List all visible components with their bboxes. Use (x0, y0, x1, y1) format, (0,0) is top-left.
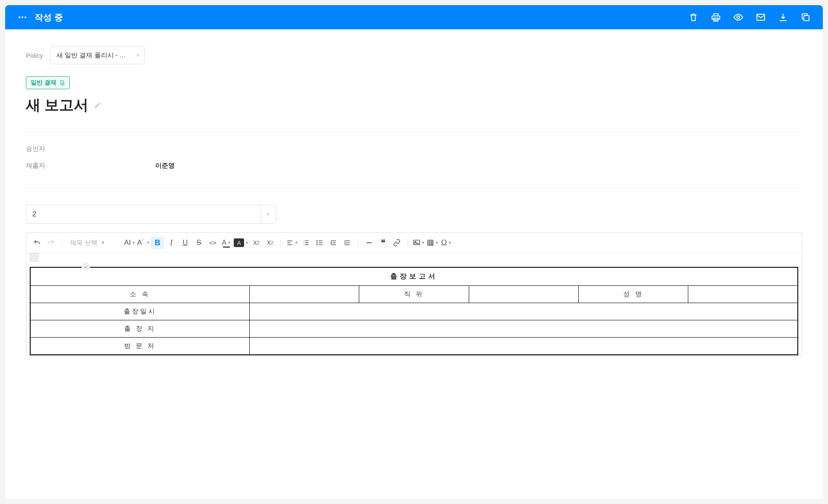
svg-point-1 (22, 16, 23, 18)
template-selected: 2 (32, 210, 36, 218)
divider (26, 132, 802, 133)
svg-point-2 (25, 16, 26, 18)
policy-label: Policy (26, 52, 43, 59)
quote-button[interactable]: ❝ (376, 236, 389, 249)
destination-value-cell[interactable] (250, 320, 798, 338)
chevron-down-icon: ▼ (136, 53, 140, 58)
svg-point-3 (737, 16, 740, 19)
svg-rect-5 (804, 16, 809, 21)
horizontal-rule-button[interactable] (363, 236, 376, 249)
table-row[interactable]: 소 속 직 위 성 명 (30, 286, 798, 303)
editor-toolbar: 제목 선택 ▼ AI▼ A⟋ ▼ B I U S (26, 233, 802, 253)
toolbar-separator (358, 238, 358, 247)
approver-label: 승인자 (26, 145, 155, 153)
edit-title-icon[interactable] (94, 101, 101, 109)
more-icon[interactable] (17, 12, 28, 22)
chevron-down-icon: ▼ (227, 241, 231, 245)
bold-button[interactable]: B (151, 236, 164, 249)
undo-button[interactable] (31, 236, 44, 249)
heading-placeholder: 제목 선택 (70, 239, 97, 247)
divider (26, 187, 802, 188)
svg-point-6 (317, 241, 317, 241)
policy-select[interactable]: 새 일반 결재 폴리시 - … ▼ (50, 47, 145, 64)
underline-button[interactable]: U (179, 236, 191, 249)
outdent-button[interactable] (327, 236, 340, 249)
table-row[interactable]: 출 장 지 (30, 320, 798, 338)
chevron-down-icon: ▼ (295, 241, 298, 245)
destination-label-cell[interactable]: 출 장 지 (30, 320, 250, 338)
italic-button[interactable]: I (165, 236, 178, 249)
indent-button[interactable] (341, 236, 354, 249)
align-button[interactable]: ▼ (285, 236, 298, 249)
svg-point-0 (19, 16, 20, 18)
chevron-down-icon: ▼ (421, 241, 425, 245)
date-label-cell[interactable]: 출장일시 (30, 303, 250, 320)
bg-color-button[interactable]: A ▼ (234, 236, 249, 249)
code-button[interactable]: <> (206, 236, 219, 249)
toolbar-separator (62, 238, 62, 247)
document-title: 새 보고서 (26, 95, 88, 115)
name-label-cell[interactable]: 성 명 (578, 286, 688, 303)
approval-badge: 일반 결재 (26, 76, 70, 89)
editor-body[interactable]: ↵ 출장보고서 소 속 직 위 성 명 출장일시 (26, 253, 802, 355)
chevron-down-icon: ▼ (146, 241, 150, 245)
position-label-cell[interactable]: 직 위 (359, 286, 469, 303)
toolbar-separator (281, 238, 281, 247)
redo-button[interactable] (44, 236, 57, 249)
heading-select[interactable]: 제목 선택 ▼ (66, 236, 122, 249)
header-bar: 작성 중 (5, 5, 823, 29)
strikethrough-button[interactable]: S (192, 236, 205, 249)
font-style-button[interactable]: A⟋ ▼ (137, 236, 150, 249)
column-handle[interactable]: ↵ (82, 263, 90, 271)
preview-icon[interactable] (733, 12, 743, 22)
print-icon[interactable] (711, 12, 721, 22)
editor: 제목 선택 ▼ AI▼ A⟋ ▼ B I U S (26, 232, 802, 356)
position-value-cell[interactable] (469, 286, 578, 303)
approval-badge-label: 일반 결재 (31, 79, 56, 87)
download-icon[interactable] (778, 12, 788, 22)
date-value-cell[interactable] (250, 303, 798, 320)
ordered-list-button[interactable] (299, 236, 312, 249)
chevron-down-icon: ▼ (435, 241, 439, 245)
dept-value-cell[interactable] (250, 286, 359, 303)
mail-icon[interactable] (756, 12, 766, 22)
delete-icon[interactable] (688, 12, 699, 22)
header-status: 작성 중 (34, 12, 63, 23)
template-select[interactable]: 2 ▼ (26, 205, 276, 224)
link-button[interactable] (390, 236, 403, 249)
superscript-button[interactable]: X2 (250, 236, 263, 249)
name-value-cell[interactable] (688, 286, 798, 303)
table-row[interactable]: 출장일시 (30, 303, 798, 320)
copy-icon[interactable] (800, 12, 811, 22)
svg-rect-11 (428, 240, 433, 245)
chevron-down-icon: ▼ (101, 241, 105, 245)
visit-value-cell[interactable] (250, 338, 798, 355)
visit-label-cell[interactable]: 방 문 처 (30, 338, 250, 355)
document-icon (59, 80, 65, 86)
unordered-list-button[interactable] (313, 236, 326, 249)
table-title-cell[interactable]: 출장보고서 (30, 267, 798, 286)
report-table[interactable]: 출장보고서 소 속 직 위 성 명 출장일시 (30, 267, 798, 355)
chevron-down-icon: ▼ (260, 205, 276, 223)
toolbar-separator (408, 238, 408, 247)
svg-point-8 (317, 244, 317, 245)
chevron-down-icon: ▼ (245, 241, 249, 245)
svg-point-7 (317, 242, 317, 243)
chevron-down-icon: ▼ (132, 241, 136, 245)
submitter-label: 제출자 (26, 162, 155, 170)
chevron-down-icon: ▼ (448, 241, 452, 245)
policy-selected: 새 일반 결재 폴리시 - … (56, 51, 126, 59)
font-color-button[interactable]: A ▼ (220, 236, 233, 249)
special-char-button[interactable]: Ω▼ (440, 236, 453, 249)
subscript-button[interactable]: X2 (263, 236, 276, 249)
table-drag-handle[interactable] (30, 253, 38, 262)
submitter-value: 이준영 (155, 162, 175, 170)
font-size-button[interactable]: AI▼ (123, 236, 136, 249)
table-row[interactable]: 방 문 처 (30, 338, 798, 355)
image-button[interactable]: ▼ (412, 236, 425, 249)
dept-label-cell[interactable]: 소 속 (30, 286, 250, 303)
table-button[interactable]: ▼ (426, 236, 439, 249)
